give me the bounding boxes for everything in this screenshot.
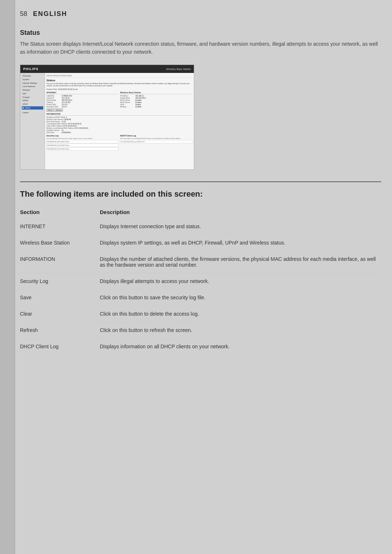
sidebar-item-internet-settings[interactable]: Internet Settings <box>22 82 43 85</box>
table-cell-section-4: Save <box>20 290 100 306</box>
sidebar-item-upnp[interactable]: UPnP <box>22 103 43 106</box>
sidebar-item-firewall[interactable]: Firewall <box>22 96 43 99</box>
table-row: DHCP Client LogDisplays information on a… <box>20 338 381 355</box>
table-cell-section-3: Security Log <box>20 273 100 290</box>
col-section-header: Section <box>20 209 100 218</box>
router-internet-mac-row: Internet MAC Address 00-70-46-00-00-02 <box>46 125 192 127</box>
table-row: INTERNETDisplays Internet connection typ… <box>20 218 381 235</box>
dhcp-server2-label: DHCP Server <box>120 102 135 103</box>
renew-button[interactable]: Renew <box>46 108 54 112</box>
router-wireless-title: Wireless Base Station <box>120 91 192 94</box>
router-serial-row: Serial Num A000000001 <box>46 132 192 134</box>
log-entry-3: 01/01/2002 00:31:43 DHCP Client... <box>46 147 119 151</box>
upnp-val: Disable <box>135 104 141 106</box>
dhcp-log-desc: View information on Local Network DHCP c… <box>120 138 192 139</box>
dhcp-server2-val: Enabled <box>135 102 142 103</box>
main-content: Status The Status screen displays Intern… <box>20 29 381 354</box>
router-ui: PHILIPS Wireless Base Station Overview S… <box>20 65 194 169</box>
wireless-label: Wireless <box>120 106 135 108</box>
sidebar-item-logout[interactable]: Logout <box>22 111 43 115</box>
boot-val: V1.01 <box>62 121 66 123</box>
router-content-title: Status <box>46 79 192 82</box>
status-heading: Status <box>20 29 381 37</box>
internet-mac-label: Internet MAC Address <box>46 125 62 127</box>
secondary-dns-label: Secondary DNS <box>46 106 61 108</box>
router-main-panel: Internet Advanced Setup Status Status Yo… <box>45 73 194 169</box>
col-description-header: Description <box>100 209 381 218</box>
router-body: Overview System Internet Settings Local … <box>20 73 194 169</box>
router-bottom-logs: Security Log View any attempts that have… <box>46 135 192 151</box>
security-log-title: Security Log <box>46 135 119 137</box>
table-cell-description-0: Displays Internet connection type and st… <box>100 218 381 235</box>
router-secondary-dns-row: Secondary DNS 0.0.0.0 <box>46 106 119 108</box>
router-topbar: PHILIPS Wireless Base Station <box>20 65 194 73</box>
security-log-desc: View any attempts that have been made to… <box>46 138 119 139</box>
wireless-mac-val: 00-70-46-00-00-01 <box>75 127 89 129</box>
table-row: Wireless Base StationDisplays system IP … <box>20 235 381 251</box>
sidebar-item-wireless[interactable]: Wireless <box>22 89 43 92</box>
table-cell-section-7: DHCP Client Log <box>20 338 100 355</box>
runtime-val: 0.9256-ML <box>64 119 72 120</box>
gateway-label: Gateway <box>46 102 61 103</box>
items-table: Section Description INTERNETDisplays Int… <box>20 209 381 354</box>
ip-label: IP Address <box>120 95 135 97</box>
wireless-mac-label: Wireless Local Network MAC Address <box>46 127 74 129</box>
sidebar-item-local-network[interactable]: Local Network <box>22 85 43 89</box>
boot-label: Boot Code Version <box>46 121 61 123</box>
router-status-sections: INTERNET Cable/DSL CONNECTED Internet IP… <box>46 91 192 112</box>
router-current-time: Current Time: 01/01/2002 00:26:41 am <box>46 88 192 90</box>
primary-dns-label: Primary DNS <box>46 104 61 106</box>
router-ip-row: IP Address 192.168.2.1 <box>120 95 192 97</box>
router-info-title: INFORMATION <box>46 113 192 116</box>
router-upnp-row: UPnP Disable <box>120 104 192 106</box>
table-cell-description-2: Displays the number of attached clients,… <box>100 251 381 273</box>
release-button[interactable]: Release <box>54 108 63 112</box>
hardware-val: 01 <box>62 130 64 131</box>
sidebar-item-status[interactable]: ▶ Status <box>22 106 43 110</box>
router-boot-row: Boot Code Version V1.01 <box>46 121 192 123</box>
status-section: Status The Status screen displays Intern… <box>20 29 381 56</box>
num-dhcp-label: Numbers of DHCP Clients <box>46 116 65 118</box>
upnp-label: UPnP <box>120 104 135 106</box>
local-mac-label: Local Network MAC Address <box>46 123 67 125</box>
router-sidebar: Overview System Internet Settings Local … <box>20 73 45 169</box>
router-num-dhcp-row: Numbers of DHCP Clients 1 <box>46 116 192 118</box>
router-local-mac-row: Local Network MAC Address 00-70-46-00-00… <box>46 123 192 125</box>
router-dhcp-server-row: DHCP Server Enabled <box>120 99 192 101</box>
sidebar-item-ddns[interactable]: DDNS <box>22 99 43 103</box>
local-mac-val: 00-70-46-00-00-01 <box>68 123 82 125</box>
subnet2-label: Subnet Mask <box>120 97 135 99</box>
router-security-log: Security Log View any attempts that have… <box>46 135 119 151</box>
table-cell-section-0: INTERNET <box>20 218 100 235</box>
page-title: ENGLISH <box>33 10 67 18</box>
gateway-val: 10.1.16.254 <box>62 102 70 103</box>
num-dhcp-val: 1 <box>66 116 67 118</box>
wireless-val: Enabled <box>135 106 142 108</box>
page-number: 58 <box>20 10 27 18</box>
page: 58 ENGLISH Status The Status screen disp… <box>0 0 392 554</box>
dhcp-log-entry: 1.0=192.168.2.100 mac=00-00-11-D... <box>120 140 192 143</box>
serial-label: Serial Num <box>46 132 61 134</box>
table-cell-description-5: Click on this button to delete the acces… <box>100 306 381 322</box>
router-screenshot: PHILIPS Wireless Base Station Overview S… <box>20 65 194 170</box>
connection-label: Cable/DSL <box>46 95 61 97</box>
sidebar-item-nat[interactable]: NAT <box>22 92 43 96</box>
table-cell-description-1: Displays system IP settings, as well as … <box>100 235 381 251</box>
router-gateway-row: Gateway 10.1.16.254 <box>46 102 119 103</box>
secondary-dns-val: 0.0.0.0 <box>62 106 67 108</box>
router-dhcp-log: DHCP Client Log View information on Loca… <box>120 135 192 151</box>
router-wireless-row: Wireless Enabled <box>120 106 192 108</box>
sidebar-item-overview[interactable]: Overview <box>22 74 43 78</box>
section-divider <box>20 181 381 182</box>
page-header: 58 ENGLISH <box>20 10 67 18</box>
router-wireless-mac-row: Wireless Local Network MAC Address 00-70… <box>46 127 192 129</box>
sidebar-item-system[interactable]: System <box>22 78 43 82</box>
subnet2-val: 255.255.255.0 <box>135 97 146 99</box>
router-primary-dns-row: Primary DNS 10.2.3.4 <box>46 104 119 106</box>
router-internet-ip-row: Internet IP 10.1.16.24 <box>46 97 119 99</box>
connection-val: CONNECTED <box>62 95 72 97</box>
subnet-label: Subnet Mask <box>46 99 61 101</box>
router-wireless-section: Wireless Base Station IP Address 192.168… <box>120 91 192 112</box>
table-cell-description-4: Click on this button to save the securit… <box>100 290 381 306</box>
router-connection-row: Cable/DSL CONNECTED <box>46 95 119 97</box>
